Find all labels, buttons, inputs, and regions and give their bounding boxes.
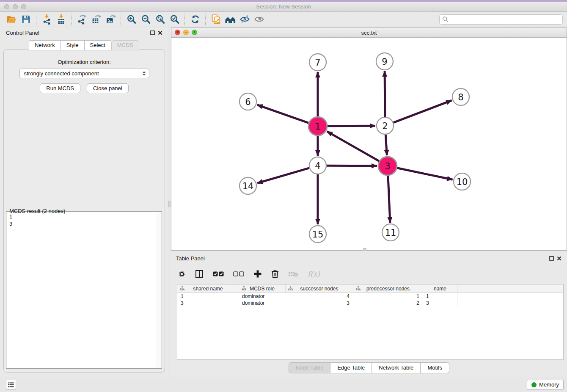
cell-mcds-role[interactable]: dominator — [239, 300, 285, 306]
import-table-button[interactable] — [54, 13, 68, 26]
tab-edge-table[interactable]: Edge Table — [330, 362, 372, 373]
maximize-window-button[interactable] — [21, 4, 26, 9]
column-header-mcds-role[interactable]: MCDS role — [239, 284, 285, 293]
show-task-history-button[interactable] — [6, 380, 16, 390]
tab-mcds[interactable]: MCDS — [111, 40, 139, 50]
edge-4-3[interactable] — [327, 166, 377, 166]
tab-network-table[interactable]: Network Table — [372, 362, 421, 373]
cell-predecessor-nodes[interactable]: 2 — [353, 300, 423, 306]
table-row[interactable]: 3 dominator 3 2 3 — [177, 300, 563, 306]
save-session-button[interactable] — [19, 13, 33, 26]
toolbar-separator — [121, 14, 121, 25]
split-divider[interactable] — [168, 27, 171, 377]
control-panel-tabs: Network Style Select MCDS — [0, 40, 168, 50]
table-options-button[interactable] — [178, 270, 186, 278]
edge-1-2[interactable] — [328, 126, 375, 126]
run-mcds-button[interactable]: Run MCDS — [40, 83, 80, 93]
memory-button[interactable]: Memory — [527, 380, 564, 390]
eye-icon — [254, 14, 264, 25]
workspace: scc.txt 1234678910111415 Table Panel — [171, 27, 567, 377]
cell-successor-nodes[interactable]: 3 — [285, 300, 353, 306]
function-builder-button[interactable]: f(x) — [308, 270, 320, 278]
cell-shared-name[interactable]: 1 — [177, 293, 239, 300]
chevron-up-down-icon — [142, 70, 146, 77]
node-label-9: 9 — [382, 57, 387, 67]
criterion-select[interactable]: strongly connected component — [19, 69, 149, 78]
close-panel-button[interactable] — [156, 29, 164, 36]
zoom-fit-button[interactable] — [153, 13, 167, 26]
close-panel-action-button[interactable]: Close panel — [87, 83, 129, 93]
column-header-shared-name[interactable]: shared name — [177, 284, 239, 293]
hide-graphics-details-button[interactable] — [237, 13, 252, 26]
zoom-out-button[interactable] — [138, 13, 153, 26]
zoom-in-button[interactable] — [124, 13, 138, 26]
export-network-icon — [77, 14, 87, 25]
close-table-panel-button[interactable] — [555, 254, 563, 262]
tab-style[interactable]: Style — [61, 40, 85, 50]
column-header-predecessor-nodes[interactable]: predecessor nodes — [353, 284, 423, 293]
node-label-8: 8 — [458, 92, 463, 102]
unchecked-boxes-icon — [233, 271, 244, 277]
float-table-panel-button[interactable] — [548, 254, 555, 262]
edge-2-8[interactable] — [394, 100, 452, 122]
cell-shared-name[interactable]: 3 — [177, 300, 239, 306]
select-all-columns-button[interactable] — [213, 271, 224, 277]
cybrowser-home-button[interactable] — [223, 13, 237, 26]
search-input[interactable] — [439, 14, 563, 25]
edge-3-11[interactable] — [388, 176, 390, 223]
resize-grip[interactable] — [363, 248, 366, 251]
show-column-button[interactable] — [195, 270, 204, 278]
cell-name[interactable]: 3 — [423, 300, 457, 306]
edge-4-14[interactable] — [257, 168, 309, 183]
result-scrollbar[interactable] — [156, 213, 161, 367]
divider-grip[interactable] — [168, 201, 171, 207]
close-network-button[interactable] — [175, 30, 180, 35]
trash-icon — [271, 270, 279, 278]
tab-select[interactable]: Select — [85, 40, 111, 50]
network-window-controls[interactable] — [175, 30, 197, 35]
tab-motifs[interactable]: Motifs — [421, 362, 449, 373]
cell-name[interactable]: 1 — [423, 293, 457, 300]
show-graphics-details-button[interactable] — [252, 13, 266, 26]
minimize-network-button[interactable] — [183, 30, 189, 35]
network-canvas[interactable]: 1234678910111415 — [171, 38, 567, 250]
table-panel: Table Panel — [171, 253, 567, 377]
mcds-result-text[interactable]: 1 3 — [7, 212, 161, 368]
column-header-name[interactable]: name — [423, 284, 457, 293]
cell-predecessor-nodes[interactable]: 1 — [353, 293, 423, 300]
export-table-button[interactable] — [89, 13, 103, 26]
import-network-button[interactable] — [39, 13, 54, 26]
delete-column-button[interactable] — [288, 271, 298, 277]
copy-view-button[interactable] — [209, 13, 223, 26]
float-icon — [549, 256, 554, 261]
window-controls[interactable] — [4, 4, 26, 9]
table-toolbar: f(x) — [178, 267, 320, 281]
add-row-button[interactable] — [253, 270, 262, 278]
close-window-button[interactable] — [4, 4, 9, 9]
node-table[interactable]: shared name MCDS role successor nodes pr… — [177, 284, 564, 360]
cell-successor-nodes[interactable]: 4 — [285, 293, 353, 300]
unselect-all-columns-button[interactable] — [233, 271, 244, 277]
maximize-network-button[interactable] — [192, 30, 197, 35]
edge-2-9[interactable] — [385, 71, 385, 117]
cell-mcds-role[interactable]: dominator — [239, 293, 285, 300]
zoom-selected-button[interactable] — [167, 13, 182, 26]
tab-network[interactable]: Network — [29, 40, 61, 50]
open-file-button[interactable] — [4, 13, 19, 26]
column-header-successor-nodes[interactable]: successor nodes — [285, 284, 353, 293]
refresh-view-button[interactable] — [188, 13, 202, 26]
export-image-button[interactable] — [103, 13, 118, 26]
delete-row-button[interactable] — [271, 270, 279, 278]
network-graph[interactable]: 1234678910111415 — [171, 38, 567, 250]
hierarchy-icon — [180, 286, 184, 291]
edge-3-10[interactable] — [397, 168, 453, 180]
edge-2-3[interactable] — [385, 135, 387, 155]
edge-1-6[interactable] — [257, 105, 309, 123]
tab-node-table[interactable]: Node Table — [289, 362, 331, 373]
export-network-button[interactable] — [74, 13, 89, 26]
table-row[interactable]: 1 dominator 4 1 1 — [177, 293, 563, 300]
table-panel-header: Table Panel — [171, 253, 567, 264]
edge-3-1[interactable] — [327, 131, 379, 161]
minimize-window-button[interactable] — [13, 4, 18, 9]
float-panel-button[interactable] — [149, 29, 156, 36]
